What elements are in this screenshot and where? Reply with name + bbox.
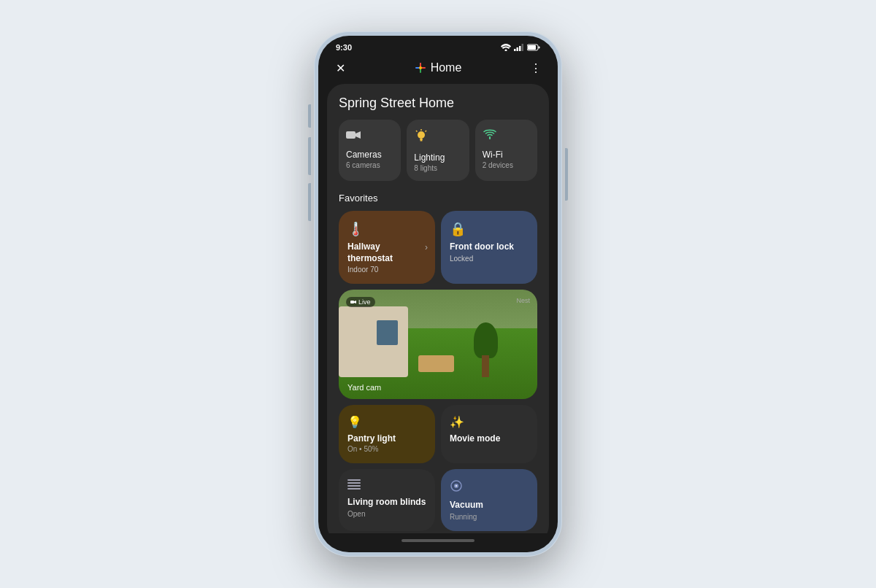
lighting-tile[interactable]: Lighting 8 lights [407, 120, 469, 181]
tree-trunk [482, 355, 489, 377]
cameras-sublabel: 6 cameras [346, 161, 393, 169]
svg-point-11 [418, 131, 425, 139]
bottom-tiles-row: 💡 Pantry light On • 50% ✨ Movie mode [339, 405, 537, 463]
status-time: 9:30 [336, 43, 352, 52]
power-button[interactable] [565, 148, 568, 201]
svg-rect-1 [514, 49, 516, 51]
signal-icon [514, 44, 524, 51]
svg-point-0 [505, 50, 507, 52]
svg-rect-3 [519, 46, 521, 51]
lighting-label: Lighting [414, 152, 461, 163]
front-door-lock-tile[interactable]: 🔒 Front door lock Locked [441, 211, 537, 284]
svg-rect-4 [522, 44, 524, 51]
live-label: Live [358, 298, 371, 306]
tree-top [474, 322, 498, 358]
wifi-tile[interactable]: Wi-Fi 2 devices [475, 120, 537, 181]
main-content: Spring Street Home Cameras 6 cameras [318, 84, 558, 533]
thermostat-chevron-icon: › [425, 242, 428, 252]
yard-cam-tile[interactable]: Live Yard cam Nest [339, 290, 537, 399]
cameras-tile[interactable]: Cameras 6 cameras [339, 120, 401, 181]
sparkle-icon: ✨ [450, 415, 529, 429]
vacuum-icon [450, 479, 529, 495]
svg-line-15 [416, 131, 418, 132]
svg-line-16 [426, 131, 427, 132]
svg-rect-18 [350, 301, 354, 303]
svg-rect-7 [539, 47, 540, 49]
status-bar: 9:30 [318, 36, 558, 55]
wifi-label: Wi-Fi [483, 150, 530, 160]
live-badge: Live [346, 297, 375, 307]
svg-rect-19 [347, 479, 361, 481]
movie-mode-tile[interactable]: ✨ Movie mode [441, 405, 537, 463]
nest-brand: Nest [516, 297, 530, 304]
cameras-label: Cameras [346, 150, 393, 160]
svg-point-9 [419, 66, 422, 69]
lighting-tile-icon [414, 128, 461, 147]
home-name: Spring Street Home [339, 96, 537, 111]
movie-mode-label: Movie mode [450, 433, 529, 444]
pantry-light-label: Pantry light [347, 433, 426, 444]
more-menu-button[interactable]: ⋮ [526, 58, 546, 78]
camera-name: Yard cam [347, 383, 381, 392]
app-title-area: Home [415, 61, 462, 74]
svg-rect-20 [347, 482, 361, 484]
close-button[interactable]: ✕ [330, 58, 350, 78]
app-title: Home [431, 61, 462, 74]
hallway-thermostat-tile[interactable]: 🌡️ Hallway thermostat Indoor 70 › [339, 211, 435, 284]
home-indicator [402, 539, 474, 542]
volume-up-button[interactable] [308, 137, 311, 175]
camera-small-icon [350, 300, 356, 304]
house-window [377, 320, 398, 345]
pantry-light-tile[interactable]: 💡 Pantry light On • 50% [339, 405, 435, 463]
blinds-icon [347, 479, 426, 492]
pantry-light-sublabel: On • 50% [347, 445, 426, 453]
tree [474, 322, 498, 377]
volume-silent-button[interactable] [308, 104, 311, 128]
living-room-blinds-tile[interactable]: Living room blinds Open [339, 469, 435, 531]
last-tiles-row: Living room blinds Open Vacuum Run [339, 469, 537, 531]
top-bar: ✕ Home ⋮ [318, 55, 558, 84]
lock-label: Front door lock [450, 241, 529, 253]
svg-rect-6 [528, 45, 536, 50]
google-home-icon [415, 62, 426, 74]
dog-house [418, 355, 454, 372]
home-card: Spring Street Home Cameras 6 cameras [327, 84, 549, 533]
svg-rect-22 [347, 488, 361, 490]
pantry-light-icon: 💡 [347, 415, 426, 429]
lighting-sublabel: 8 lights [414, 164, 461, 172]
favorites-row: 🌡️ Hallway thermostat Indoor 70 › 🔒 Fron… [339, 211, 537, 284]
blinds-sublabel: Open [347, 510, 426, 518]
wifi-status-icon [501, 44, 511, 51]
svg-rect-12 [420, 139, 423, 140]
status-icons [501, 44, 540, 51]
phone-screen: 9:30 [318, 36, 558, 552]
battery-icon [527, 44, 540, 51]
svg-rect-21 [347, 485, 361, 487]
volume-down-button[interactable] [308, 183, 311, 221]
thermostat-sublabel: Indoor 70 [347, 266, 426, 274]
lock-sublabel: Locked [450, 255, 529, 263]
svg-rect-10 [346, 131, 356, 139]
nav-bar [318, 533, 558, 552]
vacuum-tile[interactable]: Vacuum Running [441, 469, 537, 531]
svg-point-17 [488, 137, 490, 139]
svg-rect-13 [420, 140, 423, 142]
vacuum-sublabel: Running [450, 513, 529, 521]
vacuum-label: Vacuum [450, 500, 529, 511]
wifi-sublabel: 2 devices [483, 161, 530, 169]
svg-rect-2 [517, 47, 519, 51]
house [339, 306, 408, 378]
lock-icon: 🔒 [450, 221, 529, 237]
blinds-label: Living room blinds [347, 497, 426, 508]
thermostat-label: Hallway thermostat [347, 241, 426, 264]
camera-tile-icon [346, 128, 393, 144]
thermostat-icon: 🌡️ [347, 221, 426, 237]
category-row: Cameras 6 cameras [339, 120, 537, 181]
favorites-label: Favorites [339, 193, 537, 204]
svg-point-25 [456, 485, 457, 487]
phone-frame: 9:30 [314, 31, 562, 557]
wifi-tile-icon [483, 128, 530, 144]
